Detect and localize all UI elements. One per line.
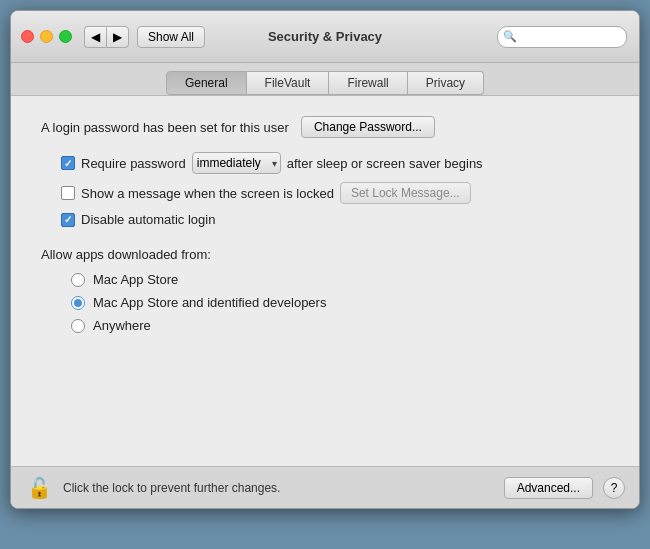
titlebar: ◀ ▶ Show All Security & Privacy 🔍 bbox=[11, 11, 639, 63]
tabs-bar: General FileVault Firewall Privacy bbox=[11, 63, 639, 96]
show-all-button[interactable]: Show All bbox=[137, 26, 205, 48]
allow-apps-section: Allow apps downloaded from: Mac App Stor… bbox=[41, 247, 609, 333]
tab-filevault[interactable]: FileVault bbox=[247, 71, 330, 95]
allow-apps-label: Allow apps downloaded from: bbox=[41, 247, 609, 262]
content-area: A login password has been set for this u… bbox=[11, 96, 639, 466]
show-message-checkbox[interactable] bbox=[61, 186, 75, 200]
bottombar: 🔓 Click the lock to prevent further chan… bbox=[11, 466, 639, 508]
options-section: Require password immediately after sleep… bbox=[61, 152, 609, 227]
maximize-button[interactable] bbox=[59, 30, 72, 43]
tab-privacy[interactable]: Privacy bbox=[408, 71, 484, 95]
main-window: ◀ ▶ Show All Security & Privacy 🔍 Genera… bbox=[10, 10, 640, 509]
advanced-button[interactable]: Advanced... bbox=[504, 477, 593, 499]
lock-text: Click the lock to prevent further change… bbox=[63, 481, 494, 495]
disable-login-row: Disable automatic login bbox=[61, 212, 609, 227]
require-password-row: Require password immediately after sleep… bbox=[61, 152, 609, 174]
radio-row-mac-app-store: Mac App Store bbox=[71, 272, 609, 287]
radio-mac-app-store-identified-label: Mac App Store and identified developers bbox=[93, 295, 326, 310]
lock-icon[interactable]: 🔓 bbox=[25, 474, 53, 502]
nav-buttons: ◀ ▶ bbox=[84, 26, 129, 48]
radio-options: Mac App Store Mac App Store and identifi… bbox=[71, 272, 609, 333]
immediately-select-wrapper: immediately bbox=[192, 152, 281, 174]
search-icon: 🔍 bbox=[503, 30, 517, 43]
help-button[interactable]: ? bbox=[603, 477, 625, 499]
radio-row-anywhere: Anywhere bbox=[71, 318, 609, 333]
radio-row-mac-app-store-identified: Mac App Store and identified developers bbox=[71, 295, 609, 310]
disable-login-checkbox[interactable] bbox=[61, 213, 75, 227]
forward-button[interactable]: ▶ bbox=[106, 26, 129, 48]
minimize-button[interactable] bbox=[40, 30, 53, 43]
radio-mac-app-store-label: Mac App Store bbox=[93, 272, 178, 287]
disable-login-label: Disable automatic login bbox=[81, 212, 215, 227]
traffic-lights bbox=[21, 30, 72, 43]
close-button[interactable] bbox=[21, 30, 34, 43]
require-password-checkbox[interactable] bbox=[61, 156, 75, 170]
tab-firewall[interactable]: Firewall bbox=[329, 71, 407, 95]
radio-mac-app-store-identified[interactable] bbox=[71, 296, 85, 310]
radio-mac-app-store[interactable] bbox=[71, 273, 85, 287]
set-lock-message-button[interactable]: Set Lock Message... bbox=[340, 182, 471, 204]
immediately-select[interactable]: immediately bbox=[192, 152, 281, 174]
require-password-label: Require password bbox=[81, 156, 186, 171]
login-password-text: A login password has been set for this u… bbox=[41, 120, 289, 135]
show-message-label: Show a message when the screen is locked bbox=[81, 186, 334, 201]
radio-anywhere-label: Anywhere bbox=[93, 318, 151, 333]
change-password-button[interactable]: Change Password... bbox=[301, 116, 435, 138]
login-password-row: A login password has been set for this u… bbox=[41, 116, 609, 138]
window-title: Security & Privacy bbox=[268, 29, 382, 44]
radio-anywhere[interactable] bbox=[71, 319, 85, 333]
after-sleep-label: after sleep or screen saver begins bbox=[287, 156, 483, 171]
search-container: 🔍 bbox=[497, 26, 627, 48]
show-message-row: Show a message when the screen is locked… bbox=[61, 182, 609, 204]
back-button[interactable]: ◀ bbox=[84, 26, 106, 48]
tab-general[interactable]: General bbox=[166, 71, 247, 95]
